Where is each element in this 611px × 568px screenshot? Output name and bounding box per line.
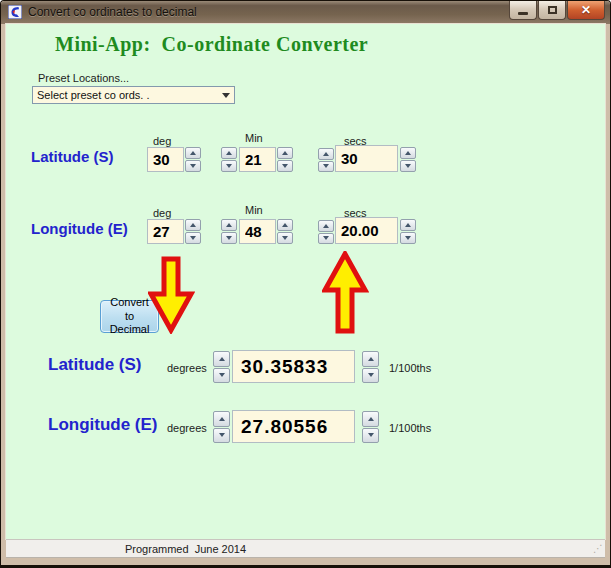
spinner-down-button[interactable] bbox=[277, 160, 293, 172]
client-area: Mini-App: Co-ordinate Converter Preset L… bbox=[6, 24, 605, 539]
spinner-up-button[interactable] bbox=[213, 411, 230, 427]
up-arrow-graphic bbox=[322, 251, 369, 335]
latitude-decimal-label: Latitude (S) bbox=[48, 355, 142, 375]
longitude-sec-right-spinner[interactable] bbox=[400, 219, 416, 244]
spinner-up-button[interactable] bbox=[277, 147, 293, 159]
close-icon: ✕ bbox=[581, 4, 591, 16]
latitude-min-left-spinner[interactable] bbox=[221, 147, 237, 172]
latitude-sec-right-spinner[interactable] bbox=[400, 147, 416, 172]
maximize-button[interactable] bbox=[538, 1, 566, 20]
longitude-deg-input[interactable] bbox=[147, 219, 184, 244]
longitude-sec-left-spinner[interactable] bbox=[318, 220, 334, 244]
longitude-deg-label: deg bbox=[153, 207, 171, 219]
spinner-up-button[interactable] bbox=[318, 220, 334, 232]
spinner-up-button[interactable] bbox=[213, 351, 230, 367]
spinner-down-button[interactable] bbox=[277, 232, 293, 244]
longitude-hundredths-label: 1/100ths bbox=[389, 422, 431, 434]
down-arrow-graphic bbox=[148, 256, 195, 334]
spinner-down-button[interactable] bbox=[362, 368, 379, 384]
resize-grip[interactable]: ⋰ bbox=[593, 544, 603, 554]
convert-button-line1: Convert to bbox=[107, 296, 152, 324]
longitude-decimal-right-spinner[interactable] bbox=[362, 411, 379, 443]
latitude-hundredths-label: 1/100ths bbox=[389, 362, 431, 374]
minimize-button[interactable] bbox=[509, 1, 537, 20]
spinner-down-button[interactable] bbox=[400, 160, 416, 172]
page-title: Mini-App: Co-ordinate Converter bbox=[55, 33, 368, 56]
latitude-deg-input[interactable] bbox=[147, 147, 184, 172]
preset-locations-label: Preset Locations... bbox=[38, 72, 129, 84]
latitude-sec-left-spinner[interactable] bbox=[318, 148, 334, 172]
longitude-dms-label: Longitude (E) bbox=[31, 220, 128, 237]
spinner-up-button[interactable] bbox=[221, 147, 237, 159]
latitude-deg-label: deg bbox=[153, 135, 171, 147]
longitude-min-left-spinner[interactable] bbox=[221, 219, 237, 244]
preset-combobox[interactable]: Select preset co ords. . bbox=[32, 86, 235, 104]
app-window: Convert co ordinates to decimal ✕ Mini-A… bbox=[0, 0, 611, 568]
spinner-up-button[interactable] bbox=[400, 147, 416, 159]
latitude-dms-label: Latitude (S) bbox=[31, 148, 114, 165]
spinner-down-button[interactable] bbox=[213, 368, 230, 384]
longitude-degrees-unit-label: degrees bbox=[167, 422, 207, 434]
convert-button-line2: Decimal bbox=[110, 323, 150, 337]
spinner-up-button[interactable] bbox=[277, 219, 293, 231]
dropdown-arrow-icon[interactable] bbox=[218, 87, 234, 103]
longitude-decimal-input[interactable] bbox=[232, 410, 355, 443]
spinner-up-button[interactable] bbox=[400, 219, 416, 231]
longitude-min-label: Min bbox=[245, 204, 263, 216]
longitude-decimal-left-spinner[interactable] bbox=[213, 411, 230, 443]
window-title: Convert co ordinates to decimal bbox=[28, 5, 197, 19]
latitude-min-right-spinner[interactable] bbox=[277, 147, 293, 172]
longitude-decimal-label: Longitude (E) bbox=[48, 415, 158, 435]
spinner-up-button[interactable] bbox=[185, 147, 201, 159]
longitude-min-input[interactable] bbox=[239, 219, 276, 244]
close-button[interactable]: ✕ bbox=[567, 1, 605, 20]
latitude-min-label: Min bbox=[245, 132, 263, 144]
latitude-decimal-left-spinner[interactable] bbox=[213, 351, 230, 383]
latitude-decimal-input[interactable] bbox=[232, 350, 355, 383]
spinner-down-button[interactable] bbox=[213, 428, 230, 444]
latitude-deg-spinner[interactable] bbox=[185, 147, 201, 172]
longitude-deg-spinner[interactable] bbox=[185, 219, 201, 244]
longitude-sec-input[interactable] bbox=[335, 217, 398, 244]
status-bar: Programmed June 2014 ⋰ bbox=[6, 539, 605, 558]
preset-combobox-value: Select preset co ords. . bbox=[37, 89, 150, 101]
spinner-down-button[interactable] bbox=[185, 232, 201, 244]
spinner-down-button[interactable] bbox=[221, 160, 237, 172]
minimize-icon bbox=[518, 12, 528, 15]
maximize-icon bbox=[548, 6, 557, 14]
latitude-sec-input[interactable] bbox=[335, 145, 398, 172]
spinner-up-button[interactable] bbox=[362, 351, 379, 367]
spinner-up-button[interactable] bbox=[318, 148, 334, 160]
spinner-down-button[interactable] bbox=[318, 233, 334, 245]
spinner-down-button[interactable] bbox=[185, 160, 201, 172]
latitude-decimal-right-spinner[interactable] bbox=[362, 351, 379, 383]
app-icon bbox=[8, 5, 22, 19]
spinner-down-button[interactable] bbox=[362, 428, 379, 444]
status-text: Programmed June 2014 bbox=[125, 543, 246, 555]
spinner-up-button[interactable] bbox=[362, 411, 379, 427]
spinner-up-button[interactable] bbox=[221, 219, 237, 231]
longitude-min-right-spinner[interactable] bbox=[277, 219, 293, 244]
spinner-up-button[interactable] bbox=[185, 219, 201, 231]
latitude-min-input[interactable] bbox=[239, 147, 276, 172]
latitude-degrees-unit-label: degrees bbox=[167, 362, 207, 374]
spinner-down-button[interactable] bbox=[221, 232, 237, 244]
spinner-down-button[interactable] bbox=[400, 232, 416, 244]
spinner-down-button[interactable] bbox=[318, 161, 334, 173]
title-bar[interactable]: Convert co ordinates to decimal ✕ bbox=[1, 1, 610, 24]
